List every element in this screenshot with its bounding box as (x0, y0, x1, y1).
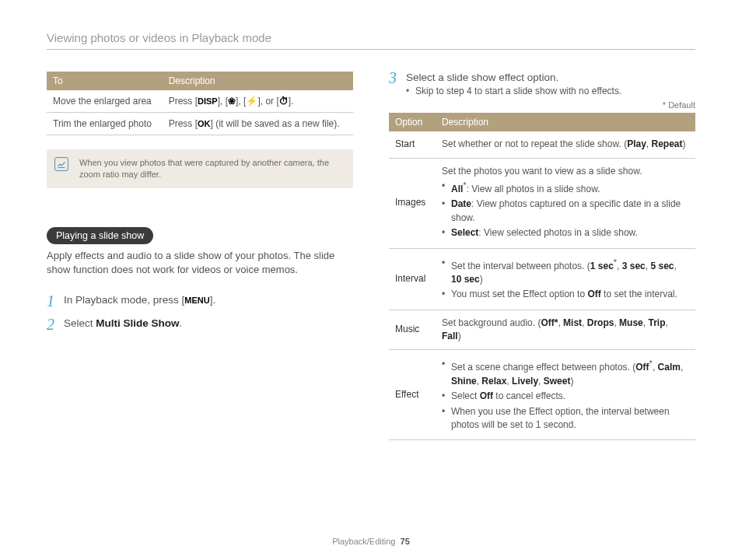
row-label: Move the enlarged area (47, 90, 163, 113)
row-desc: Press [OK] (it will be saved as a new fi… (163, 113, 353, 135)
macro-icon: ❀ (228, 96, 236, 107)
section-pill: Playing a slide show (47, 227, 153, 244)
table-row: Move the enlarged area Press [DISP], [❀]… (47, 90, 353, 113)
disp-icon: DISP (198, 96, 218, 106)
section-intro: Apply effects and audio to a slide show … (47, 249, 353, 277)
skip-note: Skip to step 4 to start a slide show wit… (406, 85, 695, 97)
table-row: Trim the enlarged photo Press [OK] (it w… (47, 113, 353, 135)
step-2: Select Multi Slide Show. (47, 316, 353, 331)
opt-name: Start (389, 131, 436, 158)
step-1: In Playback mode, press [MENU]. (47, 292, 353, 308)
note-text: When you view photos that were captured … (79, 158, 329, 179)
step-number: 3 (389, 69, 397, 87)
step-title: Select a slide show effect option. (406, 72, 695, 83)
footer-section: Playback/Editing (332, 537, 395, 546)
right-column: 3 Select a slide show effect option. Ski… (389, 72, 695, 440)
opt-desc: Set background audio. (Off*, Mist, Drops… (436, 310, 695, 350)
opt-desc: Set whether or not to repeat the slide s… (436, 131, 695, 158)
default-marker: * Default (389, 100, 695, 110)
opt-desc: Set the interval between photos. (1 sec*… (436, 248, 695, 310)
table-row: Start Set whether or not to repeat the s… (389, 131, 695, 158)
opt-name: Images (389, 158, 436, 248)
row-desc: Press [DISP], [❀], [⚡], or [⏱]. (163, 90, 353, 113)
table-row: Effect Set a scene change effect between… (389, 350, 695, 440)
page-header: Viewing photos or videos in Playback mod… (47, 31, 695, 50)
left-column: To Description Move the enlarged area Pr… (47, 72, 353, 440)
opt-desc: Set a scene change effect between photos… (436, 350, 695, 440)
note-icon (54, 157, 68, 171)
flash-icon: ⚡ (246, 96, 257, 107)
opt-desc: Set the photos you want to view as a sli… (436, 158, 695, 248)
table-row: Music Set background audio. (Off*, Mist,… (389, 310, 695, 350)
th-desc: Description (163, 72, 353, 90)
timer-icon: ⏱ (279, 96, 289, 107)
th-desc: Description (436, 113, 695, 131)
note-box: When you view photos that were captured … (47, 149, 353, 188)
row-label: Trim the enlarged photo (47, 113, 163, 135)
page-footer: Playback/Editing 75 (0, 537, 742, 546)
th-to: To (47, 72, 163, 90)
opt-name: Music (389, 310, 436, 350)
menu-icon: MENU (184, 296, 209, 305)
table-row: Interval Set the interval between photos… (389, 248, 695, 310)
opt-name: Interval (389, 248, 436, 310)
page-number: 75 (401, 537, 410, 546)
opt-name: Effect (389, 350, 436, 440)
options-table: Option Description Start Set whether or … (389, 113, 695, 440)
table-row: Images Set the photos you want to view a… (389, 158, 695, 248)
controls-table: To Description Move the enlarged area Pr… (47, 72, 353, 135)
ok-icon: OK (198, 119, 211, 128)
th-option: Option (389, 113, 436, 131)
